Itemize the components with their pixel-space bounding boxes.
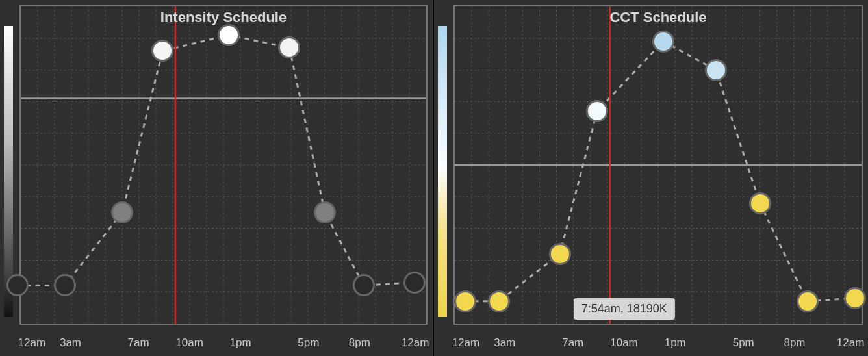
cct-schedule-panel: CCT Schedule 7:54am, 18190K 12am3am7am10… <box>434 0 868 356</box>
schedule-point[interactable] <box>797 290 819 312</box>
schedule-point[interactable] <box>844 287 866 309</box>
schedule-point[interactable] <box>6 274 29 296</box>
schedule-point[interactable] <box>278 36 300 58</box>
schedule-point[interactable] <box>111 201 133 223</box>
x-axis-tick: 12am <box>18 337 46 350</box>
schedule-point[interactable] <box>151 40 173 62</box>
x-axis-tick: 3am <box>60 337 81 350</box>
cct-chart-area[interactable]: CCT Schedule 7:54am, 18190K <box>453 5 863 325</box>
x-axis-tick: 12am <box>452 337 480 350</box>
chart-tooltip: 7:54am, 18190K <box>574 298 675 320</box>
x-axis-tick: 8pm <box>349 337 370 350</box>
x-axis-tick: 5pm <box>298 337 319 350</box>
schedule-point[interactable] <box>54 274 76 296</box>
intensity-chart-area[interactable]: Intensity Schedule <box>19 5 428 325</box>
schedule-point[interactable] <box>218 24 240 46</box>
schedule-point[interactable] <box>749 192 771 214</box>
x-axis-tick: 8pm <box>784 337 805 350</box>
schedule-point[interactable] <box>652 31 674 53</box>
schedule-point[interactable] <box>488 290 510 312</box>
x-axis-tick: 12am <box>402 337 429 350</box>
schedule-point[interactable] <box>705 59 727 81</box>
x-axis-tick: 10am <box>610 337 638 350</box>
x-axis-tick: 1pm <box>230 337 251 350</box>
intensity-schedule-panel: Intensity Schedule 12am3am7am10am1pm5pm8… <box>0 0 434 356</box>
schedule-point[interactable] <box>586 100 608 122</box>
schedule-point[interactable] <box>353 274 375 296</box>
intensity-x-axis: 12am3am7am10am1pm5pm8pm12am <box>19 330 428 350</box>
cct-chart-title: CCT Schedule <box>609 9 706 26</box>
schedule-point[interactable] <box>454 290 476 312</box>
x-axis-tick: 7am <box>562 337 583 350</box>
schedule-point[interactable] <box>403 272 426 294</box>
intensity-gradient-scale <box>4 26 13 317</box>
cct-gradient-scale <box>438 26 447 317</box>
x-axis-tick: 5pm <box>733 337 754 350</box>
x-axis-tick: 12am <box>837 337 865 350</box>
x-axis-tick: 7am <box>128 337 149 350</box>
x-axis-tick: 10am <box>175 337 203 350</box>
intensity-chart-title: Intensity Schedule <box>160 9 287 26</box>
x-axis-tick: 3am <box>494 337 515 350</box>
x-axis-tick: 1pm <box>665 337 686 350</box>
schedule-point[interactable] <box>314 201 336 223</box>
schedule-point[interactable] <box>549 243 571 265</box>
cct-x-axis: 12am3am7am10am1pm5pm8pm12am <box>453 330 863 350</box>
